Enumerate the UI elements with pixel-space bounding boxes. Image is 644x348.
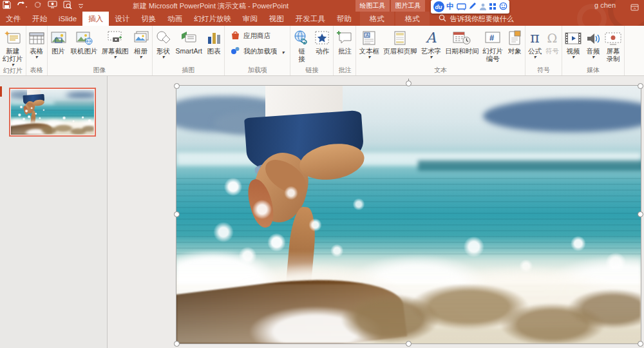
tab-format-drawing[interactable]: 格式	[360, 12, 394, 26]
start-slideshow-button[interactable]	[48, 1, 57, 11]
screen-recording-button[interactable]: 屏幕 录制	[603, 26, 623, 63]
selection-handle-bottom-right[interactable]	[638, 341, 643, 347]
photo-album-icon	[133, 28, 149, 47]
action-button[interactable]: 动作	[312, 26, 332, 55]
slide-canvas[interactable]	[108, 76, 644, 348]
date-time-button[interactable]: 日期和时间	[443, 26, 481, 55]
ime-grid-icon[interactable]	[489, 1, 497, 13]
audio-button[interactable]: 音频	[583, 26, 603, 59]
tab-design[interactable]: 设计	[109, 12, 135, 26]
title-bar: 新建 Microsoft PowerPoint 演示文稿 - PowerPoin…	[0, 0, 644, 12]
chart-button[interactable]: 图表	[204, 26, 223, 55]
undo-icon	[17, 0, 28, 12]
textbox-button[interactable]: A 文本框	[357, 26, 381, 59]
new-slide-icon	[5, 28, 21, 47]
mountain-right	[483, 99, 641, 132]
screenshot-button[interactable]: 屏幕截图	[100, 26, 131, 59]
tab-help[interactable]: 帮助	[331, 12, 357, 26]
ime-language-toggle[interactable]: 中	[446, 1, 454, 12]
picture-button[interactable]: 图片	[48, 26, 69, 55]
smartart-icon	[180, 28, 198, 47]
selected-picture[interactable]	[176, 86, 641, 343]
selection-handle-middle-right[interactable]	[638, 211, 643, 217]
group-label-symbols: 符号	[526, 66, 562, 75]
video-button[interactable]: 视频	[563, 26, 583, 59]
group-label-addins: 加载项	[225, 66, 290, 75]
ime-smiley-icon[interactable]	[499, 1, 507, 13]
account-name: g chen	[594, 1, 616, 9]
symbol-button[interactable]: Ω 符号	[544, 26, 561, 55]
selection-handle-bottom-middle[interactable]	[406, 341, 412, 347]
slide-number-icon: #	[484, 28, 501, 47]
tab-animations[interactable]: 动画	[162, 12, 188, 26]
header-footer-button[interactable]: 页眉和页脚	[381, 26, 419, 55]
link-button[interactable]: 链接	[291, 26, 312, 63]
dropdown-arrow-icon	[368, 55, 370, 59]
ime-pencil-icon[interactable]	[468, 1, 477, 13]
group-label-slides: 幻灯片	[0, 67, 26, 76]
group-label-media: 媒体	[562, 66, 624, 75]
redo-button[interactable]	[33, 1, 42, 11]
customize-qat-button[interactable]	[78, 1, 84, 11]
group-label-illustrations: 插图	[153, 66, 224, 75]
group-images: 图片 联机图片 屏幕截图 相册	[48, 26, 153, 75]
tab-insert[interactable]: 插入	[82, 12, 109, 26]
beach-image	[176, 86, 641, 343]
selection-handle-bottom-left[interactable]	[174, 341, 180, 347]
search-icon	[439, 14, 446, 23]
store-button[interactable]: 应用商店	[231, 30, 285, 41]
slide-thumbnail[interactable]	[9, 88, 96, 137]
table-button[interactable]: 表格	[27, 26, 46, 59]
tell-me-search[interactable]: 告诉我你想要做什么	[439, 12, 514, 26]
ime-user-icon[interactable]	[479, 1, 487, 13]
equation-button[interactable]: π 公式	[526, 26, 544, 59]
group-label-tables: 表格	[26, 66, 47, 75]
header-footer-icon	[393, 28, 407, 47]
new-slide-button[interactable]: 新建 幻灯片	[1, 26, 25, 67]
preview-button[interactable]	[63, 1, 72, 11]
tab-review[interactable]: 审阅	[237, 12, 263, 26]
wordart-button[interactable]: A 艺术字	[419, 26, 443, 59]
group-addins: 应用商店 我的加载项 加载项	[225, 26, 291, 75]
ribbon-insert: 新建 幻灯片 幻灯片 表格 表格	[0, 26, 644, 76]
comment-button[interactable]: 批注	[334, 26, 355, 55]
tab-format-picture[interactable]: 格式	[395, 12, 430, 26]
selection-handle-top-left[interactable]	[174, 83, 180, 89]
tab-islide[interactable]: iSlide	[53, 12, 82, 26]
tab-developer[interactable]: 开发工具	[290, 12, 331, 26]
group-slides: 新建 幻灯片 幻灯片	[0, 26, 26, 75]
screen-recording-icon	[605, 28, 621, 47]
dropdown-arrow-icon	[12, 63, 14, 67]
my-addins-button[interactable]: 我的加载项	[231, 46, 285, 57]
tab-transitions[interactable]: 切换	[135, 12, 162, 26]
undo-button[interactable]	[17, 1, 28, 11]
shapes-button[interactable]: 形状	[153, 26, 174, 59]
action-star-icon	[314, 28, 330, 47]
object-button[interactable]: 对象	[505, 26, 524, 55]
tab-view[interactable]: 视图	[263, 12, 290, 26]
thumbnail-beach-image	[11, 90, 94, 135]
svg-text:A: A	[366, 33, 369, 37]
table-icon	[29, 28, 44, 47]
slide-number-indicator	[0, 86, 2, 97]
wordart-icon: A	[426, 30, 436, 46]
selection-handle-middle-left[interactable]	[174, 211, 180, 217]
picture-icon	[50, 28, 67, 47]
photo-album-button[interactable]: 相册	[131, 26, 151, 59]
group-label-images: 图像	[48, 66, 152, 75]
selection-handle-top-middle[interactable]	[406, 81, 412, 86]
save-button[interactable]	[3, 1, 11, 11]
dropdown-arrow-icon	[113, 55, 116, 59]
ime-logo[interactable]: du	[433, 1, 444, 12]
ribbon-display-options-button[interactable]	[630, 2, 639, 14]
smartart-button[interactable]: SmartArt	[174, 26, 204, 55]
ime-keyboard-icon[interactable]	[457, 1, 466, 13]
online-pictures-button[interactable]: 联机图片	[69, 26, 100, 55]
tab-file[interactable]: 文件	[0, 12, 26, 26]
dropdown-arrow-icon	[533, 55, 536, 59]
tab-slideshow[interactable]: 幻灯片放映	[188, 12, 237, 26]
tab-home[interactable]: 开始	[26, 12, 53, 26]
selection-handle-top-right[interactable]	[638, 83, 643, 89]
slide-number-button[interactable]: # 幻灯片 编号	[480, 26, 505, 63]
hyperlink-globe-icon	[293, 28, 310, 47]
